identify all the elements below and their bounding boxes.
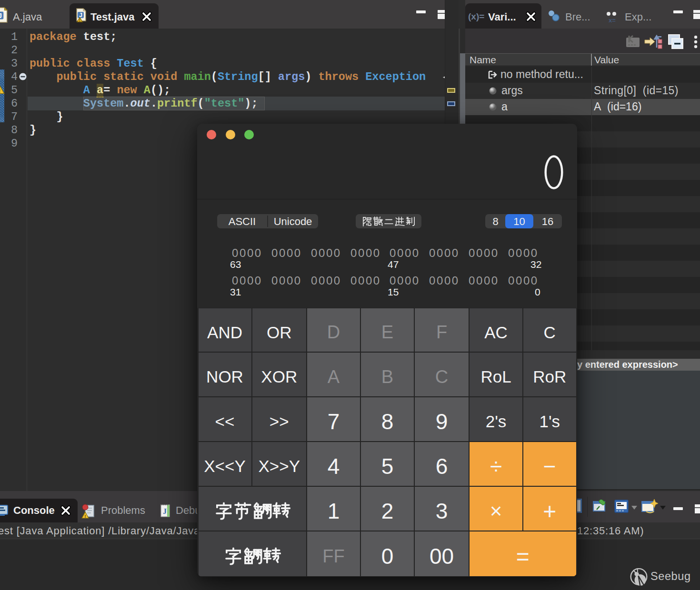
svg-text:!: ! [0,88,0,94]
svg-text:!: ! [85,514,86,519]
svg-text:J: J [0,12,2,20]
svg-text:!: ! [79,18,80,22]
svg-text:J: J [163,507,167,515]
svg-text:x=: x= [609,17,616,24]
